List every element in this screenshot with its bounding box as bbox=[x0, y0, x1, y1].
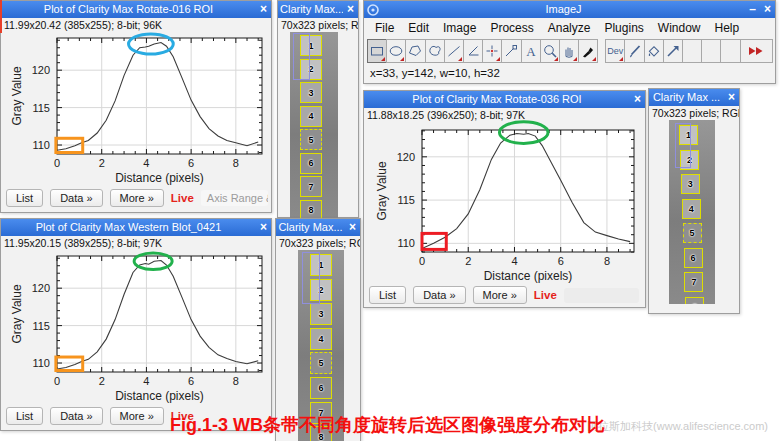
band-roi-box[interactable]: 3 bbox=[310, 303, 332, 325]
titlebar[interactable]: Clarity Max... × bbox=[278, 1, 358, 18]
screen-edge-artifact bbox=[0, 0, 2, 33]
more-button[interactable]: More » bbox=[110, 407, 164, 425]
menu-window[interactable]: Window bbox=[651, 21, 708, 35]
axis-text: 6 bbox=[558, 255, 564, 267]
axis-text: 0 bbox=[54, 157, 60, 169]
titlebar[interactable]: ImageJ – × bbox=[364, 1, 775, 18]
window-title: Clarity Max... bbox=[278, 1, 343, 18]
window-title: ImageJ bbox=[382, 1, 745, 18]
band-number: 5 bbox=[690, 228, 695, 238]
titlebar[interactable]: Plot of Clarity Max Western Blot_0421 × bbox=[1, 219, 271, 236]
x-axis-label: Distance (pixels) bbox=[484, 269, 573, 283]
axis-text: 4 bbox=[511, 255, 517, 267]
tool-line-button[interactable] bbox=[444, 39, 464, 63]
list-button[interactable]: List bbox=[6, 189, 43, 207]
band-roi-box[interactable]: 8 bbox=[300, 200, 322, 219]
close-icon[interactable]: × bbox=[343, 1, 358, 18]
close-icon[interactable]: × bbox=[760, 1, 775, 18]
band-roi-box[interactable]: 6 bbox=[310, 377, 332, 399]
tool-empty-button[interactable] bbox=[720, 39, 740, 63]
wand-icon bbox=[503, 43, 519, 59]
axis-text: 115 bbox=[32, 320, 50, 332]
tool-freehand-button[interactable] bbox=[425, 39, 445, 63]
imagej-logo-icon bbox=[366, 3, 380, 17]
tool-hand-button[interactable] bbox=[559, 39, 579, 63]
band-roi-box[interactable]: 7 bbox=[684, 272, 703, 292]
axis-text: 6 bbox=[188, 375, 194, 387]
menu-edit[interactable]: Edit bbox=[401, 21, 436, 35]
band-roi-box[interactable]: 6 bbox=[300, 153, 322, 174]
band-roi-box[interactable]: 6 bbox=[684, 248, 703, 268]
band-roi-box[interactable]: 8 bbox=[685, 297, 704, 305]
image-info: 11.99x20.42 (385x255); 8-bit; 96K bbox=[1, 18, 271, 32]
live-button[interactable]: Live bbox=[171, 192, 194, 204]
data-button[interactable]: Data » bbox=[50, 189, 102, 207]
titlebar[interactable]: Clarity Max... × bbox=[276, 219, 360, 236]
tool-text-button[interactable]: A bbox=[521, 39, 541, 63]
tool-dev-button[interactable]: Dev bbox=[605, 39, 625, 63]
polygon-icon bbox=[407, 43, 423, 59]
minimize-icon[interactable]: – bbox=[745, 1, 760, 18]
more-tools-icon bbox=[748, 43, 764, 59]
tool-arrow-button[interactable] bbox=[663, 39, 683, 63]
close-icon[interactable]: × bbox=[256, 1, 271, 18]
band-number: 7 bbox=[691, 277, 696, 287]
gel-lane-image[interactable]: 12345678 bbox=[290, 32, 338, 218]
close-icon[interactable]: × bbox=[256, 219, 271, 236]
live-button[interactable]: Live bbox=[534, 289, 557, 301]
menu-image[interactable]: Image bbox=[436, 21, 483, 35]
band-roi-box[interactable]: 4 bbox=[682, 199, 701, 219]
band-number: 3 bbox=[318, 309, 323, 319]
band-number: 3 bbox=[688, 179, 693, 189]
titlebar[interactable]: Clarity Max ... × bbox=[649, 89, 739, 106]
close-icon[interactable]: × bbox=[345, 219, 360, 236]
tool-wand-button[interactable] bbox=[501, 39, 521, 63]
menu-file[interactable]: File bbox=[368, 21, 401, 35]
band-roi-box[interactable]: 7 bbox=[300, 176, 322, 197]
tool-oval-button[interactable] bbox=[386, 39, 406, 63]
tool-magnifier-button[interactable] bbox=[540, 39, 560, 63]
band-roi-box[interactable]: 3 bbox=[300, 82, 322, 103]
titlebar[interactable]: Plot of Clarity Max Rotate-036 ROI × bbox=[364, 91, 645, 108]
image-info: 11.88x18.25 (396x250); 8-bit; 97K bbox=[364, 108, 645, 122]
tool-empty-button[interactable] bbox=[701, 39, 721, 63]
tool-angle-button[interactable] bbox=[463, 39, 483, 63]
more-button[interactable]: More » bbox=[110, 189, 164, 207]
freehand-icon bbox=[427, 43, 443, 59]
band-roi-box[interactable]: 4 bbox=[300, 106, 322, 127]
tool-paintbrush-button[interactable] bbox=[624, 39, 644, 63]
axis-text: 115 bbox=[32, 102, 50, 114]
band-roi-box[interactable]: 5 bbox=[310, 352, 332, 374]
titlebar[interactable]: Plot of Clarity Max Rotate-016 ROI × bbox=[1, 1, 271, 18]
menu-help[interactable]: Help bbox=[708, 21, 747, 35]
close-icon[interactable]: × bbox=[724, 89, 739, 106]
roi-status-text: x=33, y=142, w=10, h=32 bbox=[364, 65, 775, 81]
band-roi-box[interactable]: 3 bbox=[681, 174, 700, 194]
tool-empty-button[interactable] bbox=[682, 39, 702, 63]
menu-analyze[interactable]: Analyze bbox=[541, 21, 598, 35]
tool-rectangle-button[interactable] bbox=[367, 39, 387, 63]
band-number: 4 bbox=[308, 111, 313, 121]
close-icon[interactable]: × bbox=[630, 91, 645, 108]
tool-flood-fill-button[interactable] bbox=[644, 39, 664, 63]
text-icon: A bbox=[523, 43, 539, 59]
axis-text: 110 bbox=[397, 237, 415, 249]
selection-roi-box bbox=[293, 33, 310, 80]
menu-process[interactable]: Process bbox=[483, 21, 540, 35]
band-roi-box[interactable]: 5 bbox=[300, 129, 322, 150]
tool-point-button[interactable] bbox=[482, 39, 502, 63]
data-button[interactable]: Data » bbox=[413, 286, 465, 304]
menu-plugins[interactable]: Plugins bbox=[597, 21, 650, 35]
data-button[interactable]: Data » bbox=[50, 407, 102, 425]
tool-color-picker-button[interactable] bbox=[578, 39, 598, 63]
more-button[interactable]: More » bbox=[473, 286, 527, 304]
list-button[interactable]: List bbox=[369, 286, 406, 304]
gel-lane-image[interactable]: 12345678 bbox=[669, 120, 715, 304]
band-roi-box[interactable]: 5 bbox=[683, 223, 702, 243]
list-button[interactable]: List bbox=[6, 407, 43, 425]
window-title: Plot of Clarity Max Western Blot_0421 bbox=[1, 219, 256, 236]
tool-more-tools-button[interactable] bbox=[740, 39, 773, 63]
band-roi-box[interactable]: 4 bbox=[310, 328, 332, 350]
tool-polygon-button[interactable] bbox=[405, 39, 425, 63]
axis-text: 110 bbox=[32, 139, 50, 151]
